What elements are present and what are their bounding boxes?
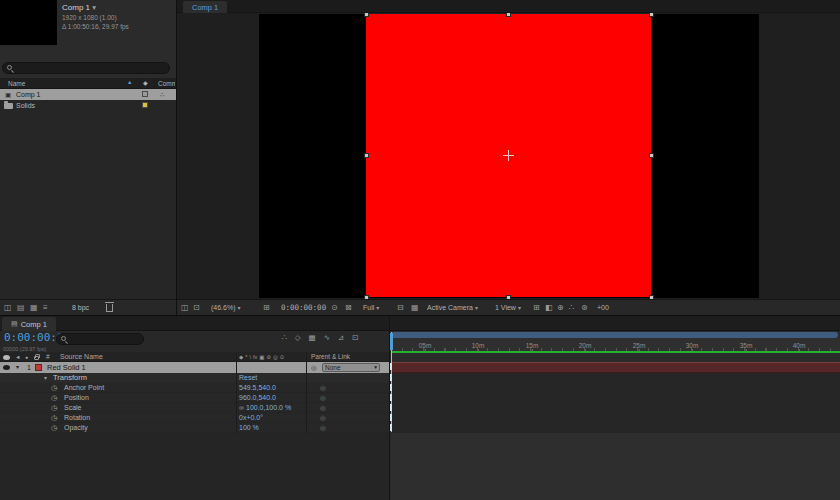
view-layout-select[interactable]: 1 View▾ — [495, 300, 521, 316]
project-item-comp[interactable]: ▣ Comp 1 ∴ — [0, 89, 176, 100]
timeline-search-input[interactable] — [70, 335, 138, 343]
column-divider[interactable] — [154, 78, 155, 89]
lock-icon[interactable] — [34, 356, 39, 360]
solo-icon[interactable]: ● — [25, 352, 28, 362]
frame-blend-icon[interactable]: ▦ — [309, 333, 316, 342]
mask-switch-icon[interactable]: ◆ — [239, 352, 243, 362]
layer-name[interactable]: Red Solid 1 — [47, 362, 86, 373]
pickwhip-icon[interactable]: ◎ — [320, 423, 326, 433]
transform-handle-top-right[interactable] — [649, 13, 654, 17]
layer-duration-bar[interactable] — [391, 362, 840, 373]
eye-icon[interactable] — [3, 355, 10, 360]
group-twirl-icon[interactable]: ▾ — [44, 373, 47, 383]
sort-ascending-icon[interactable]: ▲ — [127, 77, 132, 88]
property-value[interactable]: 0x+0.0° — [239, 413, 263, 423]
eye-icon[interactable] — [3, 365, 10, 370]
layer-row-red-solid[interactable]: ▾ 1 Red Solid 1 ◎ None ▾ — [0, 362, 390, 373]
channel-icon[interactable]: ⊡ — [193, 300, 200, 316]
reset-exposure-icon[interactable]: ⊛ — [581, 300, 588, 316]
link-chain-icon[interactable]: ∞ — [239, 403, 244, 413]
trash-icon[interactable] — [106, 304, 113, 312]
audio-icon[interactable]: ◄ — [15, 352, 20, 362]
project-settings-icon[interactable]: ≡ — [43, 300, 48, 316]
column-divider[interactable] — [139, 78, 140, 89]
pane-divider[interactable] — [389, 316, 390, 500]
new-composition-icon[interactable]: ▦ — [30, 300, 38, 316]
property-name[interactable]: Rotation — [64, 413, 90, 423]
grid-options-icon[interactable]: ⊞ — [533, 300, 540, 316]
shy-switch-icon[interactable]: \ — [249, 352, 251, 362]
property-value[interactable]: 100.0,100.0 % — [246, 403, 291, 413]
transform-handle-mid-left[interactable] — [364, 153, 369, 158]
mini-flowchart-icon[interactable]: ∴ — [282, 333, 287, 342]
graph-editor-icon[interactable]: ⊿ — [338, 333, 344, 342]
transform-handle-top-left[interactable] — [364, 13, 369, 17]
safe-guides-icon[interactable]: ⊞ — [263, 300, 270, 316]
track-matte-icon[interactable]: ◎ — [273, 352, 278, 362]
collapse-switch-icon[interactable]: * — [245, 352, 247, 362]
reset-button[interactable]: Reset — [239, 373, 257, 383]
interpret-footage-icon[interactable]: ◫ — [4, 300, 12, 316]
anchor-point-indicator[interactable] — [503, 150, 514, 161]
exposure-gear-icon[interactable]: ⊕ — [557, 300, 564, 316]
snapshot-icon[interactable]: ⊙ — [331, 300, 338, 316]
active-comp-name[interactable]: Comp 1 ▾ — [62, 3, 129, 12]
transform-handle-top-center[interactable] — [506, 13, 511, 17]
name-column-header[interactable]: Name — [8, 78, 25, 89]
stopwatch-icon[interactable]: ◷ — [51, 413, 57, 423]
property-value[interactable]: 960.0,540.0 — [239, 393, 276, 403]
source-name-column-header[interactable]: Source Name — [60, 352, 103, 362]
column-divider[interactable] — [306, 352, 307, 433]
always-preview-icon[interactable]: ◫ — [181, 300, 189, 316]
draft-3d-icon[interactable]: ◇ — [295, 333, 301, 342]
motion-blur-switch-icon[interactable]: ⊙ — [280, 352, 285, 362]
exposure-value[interactable]: +00 — [597, 300, 609, 316]
layer-color-swatch[interactable] — [35, 364, 42, 371]
property-name[interactable]: Position — [64, 393, 89, 403]
new-folder-icon[interactable]: ▤ — [17, 300, 25, 316]
property-value[interactable]: 549.5,540.0 — [239, 383, 276, 393]
project-search-input[interactable] — [16, 64, 164, 72]
brainstorm-icon[interactable]: ⊡ — [352, 333, 358, 342]
viewer-tab-comp1[interactable]: Comp 1 — [183, 1, 227, 13]
property-name[interactable]: Anchor Point — [64, 383, 104, 393]
pickwhip-icon[interactable]: ◎ — [320, 403, 326, 413]
show-snapshot-icon[interactable]: ⊠ — [345, 300, 352, 316]
column-divider[interactable] — [236, 352, 237, 433]
comment-column-header[interactable]: Comment — [158, 78, 175, 89]
resolution-select[interactable]: Full▾ — [363, 300, 379, 316]
property-value[interactable]: 100 % — [239, 423, 259, 433]
layer-twirl-icon[interactable]: ▾ — [16, 362, 19, 373]
project-item-solids[interactable]: Solids — [0, 100, 176, 111]
transparency-grid-icon[interactable]: ▦ — [411, 300, 419, 316]
quality-switch-icon[interactable]: ▣ — [259, 352, 264, 362]
transform-group-label[interactable]: Transform — [53, 373, 87, 383]
stopwatch-icon[interactable]: ◷ — [51, 423, 57, 433]
region-of-interest-icon[interactable]: ⊟ — [397, 300, 404, 316]
label-color-chip[interactable] — [142, 102, 148, 108]
stopwatch-icon[interactable]: ◷ — [51, 393, 57, 403]
camera-select[interactable]: Active Camera▾ — [427, 300, 478, 316]
property-name[interactable]: Scale — [64, 403, 82, 413]
parent-select[interactable]: None ▾ — [322, 363, 380, 372]
stopwatch-icon[interactable]: ◷ — [51, 403, 57, 413]
zoom-select[interactable]: (46.6%)▾ — [211, 300, 241, 316]
fx-switch-icon[interactable]: fx — [253, 352, 257, 362]
motion-blur-icon[interactable]: ∿ — [324, 333, 330, 342]
pickwhip-icon[interactable]: ◎ — [320, 413, 326, 423]
pickwhip-icon[interactable]: ◎ — [320, 393, 326, 403]
bit-depth-button[interactable]: 8 bpc — [72, 300, 89, 316]
transform-handle-mid-right[interactable] — [649, 153, 654, 158]
time-ruler[interactable]: 05m 10m 15m 20m 25m 30m 35m 40m — [391, 338, 840, 351]
viewer-timecode[interactable]: 0:00:00:00 — [281, 300, 326, 316]
label-color-chip[interactable] — [142, 91, 148, 97]
label-color-column-icon[interactable]: ◆ — [143, 78, 148, 89]
pickwhip-icon[interactable]: ◎ — [311, 362, 317, 373]
mini-flowchart-icon[interactable]: ∴ — [569, 300, 574, 316]
pickwhip-icon[interactable]: ◎ — [320, 383, 326, 393]
property-name[interactable]: Opacity — [64, 423, 88, 433]
mask-visibility-icon[interactable]: ◧ — [545, 300, 553, 316]
stopwatch-icon[interactable]: ◷ — [51, 383, 57, 393]
current-time-indicator[interactable] — [390, 333, 393, 350]
blend-switch-icon[interactable]: ⊘ — [266, 352, 271, 362]
